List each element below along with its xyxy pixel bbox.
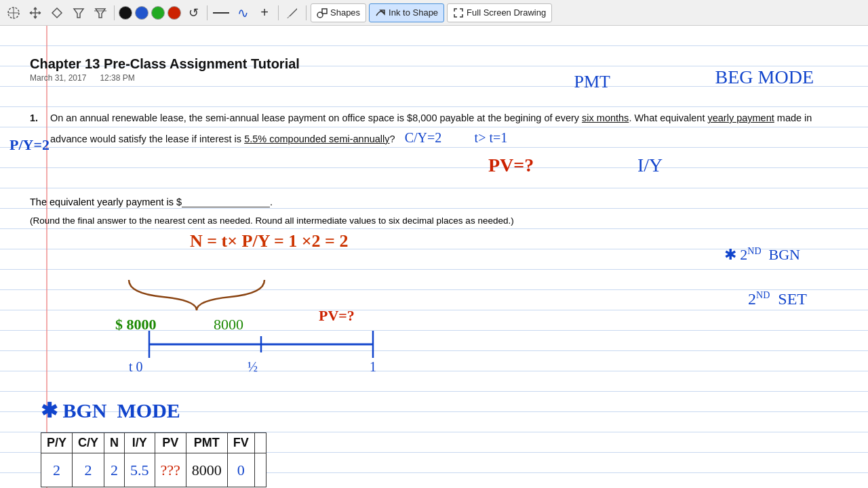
separator-2 <box>207 5 208 20</box>
svg-marker-3 <box>74 9 83 18</box>
table-header-extra <box>254 433 266 453</box>
blue-color-btn[interactable] <box>135 6 149 20</box>
table-header-cy: C/Y <box>73 433 104 453</box>
rounding-note: (Round the final answer to the nearest c… <box>30 216 848 226</box>
table-cell-pmt: 8000 <box>186 453 227 487</box>
cy-eq-inline: C/Y=2 <box>398 130 442 145</box>
table-cell-fv: 0 <box>227 453 254 487</box>
second-set-annotation: 2ND SET <box>748 290 807 308</box>
question-area: 1. On an annual renewable lease, the sem… <box>30 110 848 149</box>
iy-annotation: I/Y <box>637 155 663 176</box>
full-screen-label: Full Screen Drawing <box>467 7 546 18</box>
svg-text:t  0: t 0 <box>129 359 143 374</box>
table-header-n: N <box>104 433 125 453</box>
straight-line-tool[interactable] <box>212 3 231 22</box>
shapes-button[interactable]: Shapes <box>311 3 366 22</box>
answer-blank[interactable] <box>182 195 270 207</box>
red-color-btn[interactable] <box>167 6 181 20</box>
green-color-btn[interactable] <box>151 6 165 20</box>
table-cell-extra <box>254 453 266 487</box>
main-content: Chapter 13 Pre-Class Assignment Tutorial… <box>0 26 868 488</box>
filter2-tool[interactable] <box>91 3 110 22</box>
table-header-fv: FV <box>227 433 254 453</box>
move-tool[interactable] <box>26 3 45 22</box>
bgn-mode-bottom-annotation: ✱ BGN MODE <box>41 399 180 422</box>
n-eq-annotation: N = t× P/Y = 1 ×2 = 2 <box>190 231 348 251</box>
calculator-table: P/Y C/Y N I/Y PV PMT FV 2 2 2 5.5 ??? 80… <box>41 432 267 487</box>
table-cell-pv: ??? <box>155 453 186 487</box>
separator-4 <box>306 5 307 20</box>
page-time: 12:38 PM <box>100 73 134 83</box>
pmt-annotation: PMT <box>574 72 610 92</box>
table-cell-cy: 2 <box>73 453 104 487</box>
svg-text:1: 1 <box>370 359 376 374</box>
timeline-diagram: $ 8000 8000 PV=? t 0 ½ 1 <box>108 270 481 378</box>
lasso-select-tool[interactable] <box>4 3 23 22</box>
table-header-iy: I/Y <box>125 433 155 453</box>
pv-annotation: PV=? <box>488 155 534 176</box>
t-eq-inline: t> t=1 <box>475 130 508 145</box>
table-cell-py: 2 <box>41 453 73 487</box>
page-meta: March 31, 2017 12:38 PM <box>30 73 300 83</box>
table-header-pmt: PMT <box>186 433 227 453</box>
ink-to-shape-button[interactable]: Ink to Shape <box>369 3 444 22</box>
curve-line-tool[interactable]: ∿ <box>233 3 252 22</box>
diamond-tool[interactable] <box>47 3 66 22</box>
undo-tool[interactable]: ↺ <box>184 3 203 22</box>
star-2nd-bgn-annotation: ✱ 2ND BGN <box>724 246 800 264</box>
full-screen-button[interactable]: Full Screen Drawing <box>447 3 552 22</box>
table-row: 2 2 2 5.5 ??? 8000 0 <box>41 453 267 487</box>
table-cell-iy: 5.5 <box>125 453 155 487</box>
table-header-pv: PV <box>155 433 186 453</box>
underline-phrase: six months <box>582 113 629 123</box>
question-number: 1. <box>30 110 50 149</box>
underline-phrase3: 5.5% compounded semi-annually <box>244 134 389 144</box>
svg-marker-4 <box>96 9 105 18</box>
table-cell-n: 2 <box>104 453 125 487</box>
page-title: Chapter 13 Pre-Class Assignment Tutorial <box>30 56 300 72</box>
plus-tool[interactable]: + <box>255 3 274 22</box>
underline-phrase2: yearly payment <box>707 113 774 123</box>
ink-to-shape-label: Ink to Shape <box>389 7 438 18</box>
pen-tool[interactable] <box>283 3 302 22</box>
svg-text:$ 8000: $ 8000 <box>115 316 157 333</box>
page-date: March 31, 2017 <box>30 73 86 83</box>
svg-rect-7 <box>322 9 327 14</box>
svg-text:½: ½ <box>248 359 258 374</box>
question-body: On an annual renewable lease, the semi-a… <box>50 110 848 149</box>
table-header-py: P/Y <box>41 433 73 453</box>
beg-mode-annotation: BEG MODE <box>715 66 814 88</box>
filter-tool[interactable] <box>69 3 88 22</box>
separator-1 <box>114 5 115 20</box>
toolbar: ↺ ∿ + Shapes Ink to Shape Full Screen Dr… <box>0 0 868 26</box>
shapes-label: Shapes <box>330 7 360 18</box>
title-area: Chapter 13 Pre-Class Assignment Tutorial… <box>30 56 300 83</box>
answer-area: The equivalent yearly payment is $. <box>30 195 273 207</box>
separator-3 <box>278 5 279 20</box>
black-color-btn[interactable] <box>119 6 132 20</box>
svg-text:PV=?: PV=? <box>319 307 355 324</box>
svg-text:8000: 8000 <box>214 316 243 333</box>
